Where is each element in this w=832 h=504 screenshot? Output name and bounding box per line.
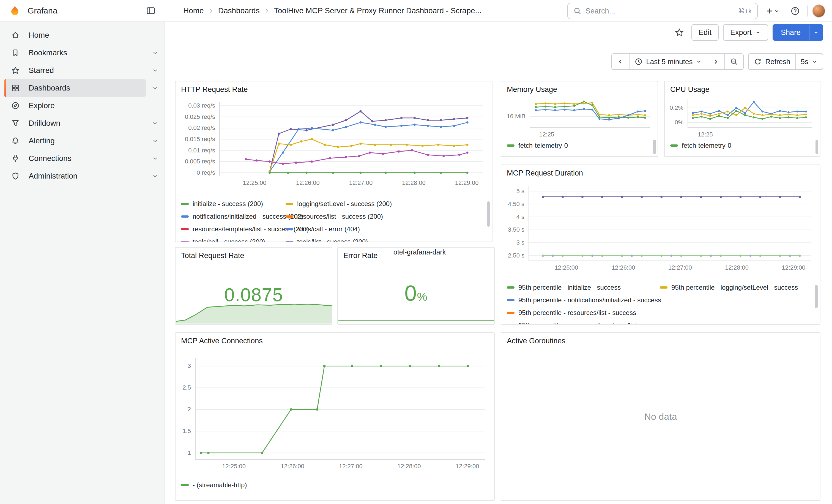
- dock-menu-icon[interactable]: [143, 3, 158, 19]
- sidebar-item-explore[interactable]: Explore: [4, 97, 164, 114]
- star-icon: [11, 66, 20, 75]
- legend-item[interactable]: initialize - success (200): [181, 199, 263, 209]
- chevron-down-icon[interactable]: [146, 79, 164, 97]
- legend: - (streamable-http): [181, 480, 485, 494]
- refresh-button[interactable]: Refresh: [748, 53, 796, 70]
- chevron-left-icon: [617, 58, 624, 65]
- sidebar-item-dashboards[interactable]: Dashboards: [4, 79, 146, 97]
- svg-text:12:27:00: 12:27:00: [349, 179, 373, 186]
- dashboard-toolbar: Edit Export Share: [165, 22, 832, 43]
- chevron-down-icon[interactable]: [146, 167, 164, 185]
- legend-item[interactable]: logging/setLevel - success (200): [286, 199, 392, 209]
- legend-scrollbar-thumb[interactable]: [815, 140, 818, 154]
- chevron-down-icon[interactable]: [146, 44, 164, 62]
- no-data-message: No data: [501, 333, 820, 500]
- svg-text:12:28:00: 12:28:00: [397, 463, 421, 470]
- legend-item[interactable]: tools/call - error (404): [286, 224, 360, 234]
- zoom-out-button[interactable]: [724, 53, 744, 70]
- legend-item[interactable]: 95th percentile - resources/templates/li…: [507, 321, 667, 324]
- panel-title[interactable]: CPU Usage: [670, 85, 709, 94]
- legend-label: tools/list - success (200): [297, 238, 368, 242]
- panel-http-request-rate: HTTP Request Rate 0 req/s0.005 req/s0.01…: [175, 81, 493, 242]
- share-dropdown-button[interactable]: [809, 24, 823, 41]
- svg-text:12:27:00: 12:27:00: [668, 264, 692, 271]
- svg-text:12:25: 12:25: [698, 131, 713, 137]
- chevron-down-icon[interactable]: [146, 114, 164, 132]
- panel-title[interactable]: MCP Active Connections: [181, 337, 263, 345]
- breadcrumb-item[interactable]: Dashboards: [218, 6, 260, 15]
- legend-swatch: [181, 228, 189, 230]
- chevron-down-icon[interactable]: [146, 62, 164, 79]
- avatar[interactable]: [812, 4, 825, 18]
- legend-swatch: [507, 312, 515, 314]
- svg-text:12:25:00: 12:25:00: [555, 264, 578, 271]
- legend-item[interactable]: fetch-telemetry-0: [670, 141, 731, 150]
- svg-text:12:29:00: 12:29:00: [456, 463, 479, 470]
- panel-title[interactable]: Error Rate: [343, 251, 378, 260]
- chevron-down-icon[interactable]: [146, 132, 164, 150]
- sidebar-item-connections[interactable]: Connections: [4, 150, 146, 167]
- panel-title[interactable]: MCP Request Duration: [507, 169, 583, 178]
- breadcrumb-item[interactable]: Home: [183, 6, 204, 15]
- sidebar-item-bookmarks[interactable]: Bookmarks: [4, 44, 146, 62]
- memory-usage-chart[interactable]: 16 MiB12:25: [501, 95, 657, 137]
- share-button[interactable]: Share: [773, 24, 809, 41]
- svg-text:0.2%: 0.2%: [670, 104, 683, 111]
- search-field[interactable]: [586, 7, 734, 16]
- mcp-active-connections-chart[interactable]: 32.521.5112:25:0012:26:0012:27:0012:28:0…: [176, 348, 494, 476]
- breadcrumb-item[interactable]: ToolHive MCP Server & Proxy Runner Dashb…: [274, 6, 482, 15]
- mcp-request-duration-chart[interactable]: 5 s4.50 s4 s3.50 s3 s2.50 s12:25:0012:26…: [501, 179, 820, 277]
- sidebar-item-alerting[interactable]: Alerting: [4, 132, 146, 150]
- legend-item[interactable]: 95th percentile - resources/list - succe…: [507, 308, 636, 317]
- legend-scrollbar-thumb[interactable]: [815, 285, 818, 308]
- sidebar-item-starred[interactable]: Starred: [4, 62, 146, 79]
- legend-item[interactable]: notifications/initialized - success (202…: [181, 212, 304, 221]
- sidebar-item-home[interactable]: Home: [4, 26, 164, 44]
- legend-item[interactable]: fetch-telemetry-0: [507, 141, 568, 150]
- panel-title[interactable]: Total Request Rate: [181, 251, 244, 260]
- legend-item[interactable]: 95th percentile - notifications/initiali…: [507, 295, 661, 305]
- legend-label: 95th percentile - resources/templates/li…: [518, 322, 667, 324]
- star-icon[interactable]: [672, 25, 687, 40]
- legend-item[interactable]: - (streamable-http): [181, 480, 247, 490]
- panel-title[interactable]: HTTP Request Rate: [181, 85, 248, 94]
- legend-label: resources/list - success (200): [297, 213, 383, 220]
- total-request-rate-sparkline[interactable]: [176, 300, 332, 323]
- sidebar-item-drilldown[interactable]: Drilldown: [4, 114, 146, 132]
- http-request-rate-chart[interactable]: 0 req/s0.005 req/s0.01 req/s0.015 req/s0…: [176, 96, 492, 192]
- legend-item[interactable]: 95th percentile - initialize - success: [507, 283, 621, 292]
- svg-text:4 s: 4 s: [516, 213, 524, 220]
- svg-text:0%: 0%: [675, 119, 683, 126]
- time-back-button[interactable]: [612, 53, 629, 70]
- legend-item[interactable]: resources/list - success (200): [286, 212, 383, 221]
- legend-swatch: [507, 144, 515, 147]
- svg-text:0.005 req/s: 0.005 req/s: [185, 158, 215, 165]
- legend-scrollbar-thumb[interactable]: [653, 140, 656, 154]
- bookmark-icon: [11, 48, 20, 57]
- legend-label: fetch-telemetry-0: [518, 142, 568, 150]
- legend-item[interactable]: tools/list - success (200): [286, 237, 368, 242]
- top-bar: Grafana HomeDashboardsToolHive MCP Serve…: [0, 0, 832, 22]
- add-button[interactable]: [762, 3, 783, 19]
- cpu-usage-chart[interactable]: 0.2%0%12:25: [665, 95, 820, 137]
- legend-scrollbar-thumb[interactable]: [487, 202, 490, 227]
- panel-title[interactable]: Memory Usage: [507, 85, 557, 94]
- export-button[interactable]: Export: [723, 24, 768, 41]
- svg-text:12:26:00: 12:26:00: [281, 463, 304, 470]
- sidebar-item-administration[interactable]: Administration: [4, 167, 146, 185]
- bell-icon: [11, 136, 20, 145]
- error-rate-sparkline[interactable]: [338, 318, 495, 323]
- time-forward-button[interactable]: [707, 53, 725, 70]
- refresh-interval-dropdown[interactable]: 5s: [796, 53, 823, 70]
- legend-item[interactable]: tools/call - success (200): [181, 237, 265, 242]
- edit-button[interactable]: Edit: [692, 24, 719, 41]
- dashboard-canvas: Last 5 minutes Refresh 5s HTTP Request R…: [165, 43, 832, 504]
- search-input[interactable]: ⌘+k: [567, 3, 758, 19]
- svg-text:3.50 s: 3.50 s: [508, 226, 524, 233]
- time-range-picker[interactable]: Last 5 minutes: [629, 53, 707, 70]
- sidebar-item-label: Starred: [29, 66, 54, 75]
- chevron-down-icon[interactable]: [146, 150, 164, 167]
- legend-item[interactable]: 95th percentile - logging/setLevel - suc…: [660, 283, 798, 292]
- grafana-logo[interactable]: [9, 5, 21, 17]
- help-icon[interactable]: [787, 3, 803, 19]
